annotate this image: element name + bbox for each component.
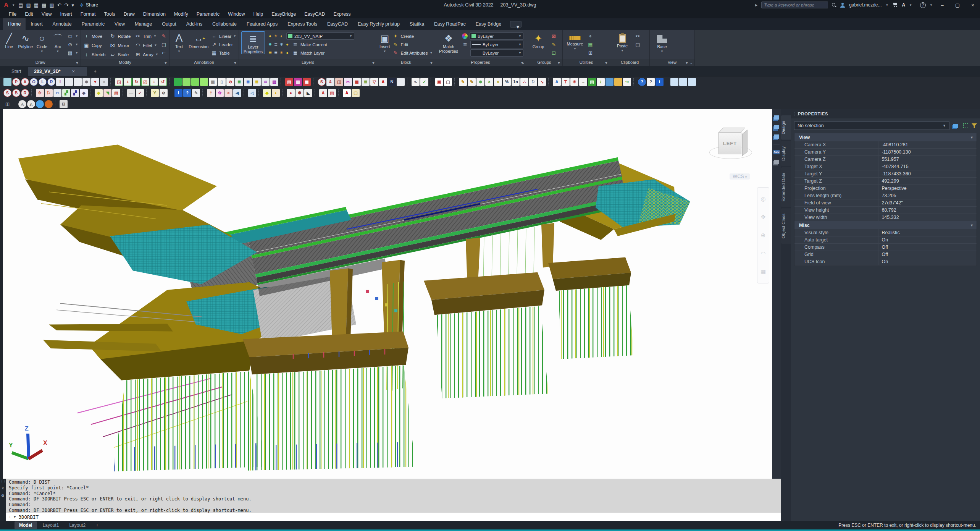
lineweight-dropdown[interactable]: ByLayer▼ bbox=[470, 41, 523, 48]
save-button[interactable]: ▦ bbox=[34, 2, 39, 8]
toolbar-button[interactable]: ✎ bbox=[459, 78, 467, 86]
toolbar-button[interactable]: ▦ bbox=[303, 78, 311, 86]
layer-tool-icon[interactable]: ☀ bbox=[279, 50, 284, 55]
model-tab[interactable]: Model bbox=[15, 521, 37, 529]
help-menu-chevron-icon[interactable]: ▼ bbox=[930, 3, 933, 7]
search-icon[interactable] bbox=[832, 3, 836, 7]
app-store-icon[interactable] bbox=[892, 3, 898, 7]
toolbar-button[interactable]: ? bbox=[638, 78, 646, 86]
toolbar-button[interactable]: ↪ bbox=[623, 78, 631, 86]
toolbar-button[interactable]: ◳ bbox=[115, 78, 123, 86]
layer-state-icon[interactable]: ◐ bbox=[279, 34, 284, 39]
ribbon-tab-statika[interactable]: Statika bbox=[405, 18, 429, 30]
toolbar-button[interactable] bbox=[397, 78, 405, 86]
orbit-icon[interactable]: ◠ bbox=[760, 250, 767, 257]
linear-dimension-button[interactable]: ↔Linear▼ bbox=[211, 32, 236, 40]
toolbar-button[interactable]: ▤ bbox=[588, 78, 596, 86]
toolbar-button[interactable]: ≣ bbox=[244, 78, 252, 86]
layer-tool-icon[interactable]: ✹ bbox=[267, 42, 273, 47]
pan-icon[interactable]: ✥ bbox=[760, 214, 767, 220]
layer-dropdown[interactable]: 203_VV_NAIP ▼ bbox=[286, 32, 354, 40]
command-window-grip[interactable]: ⋮⋮ × ⚙ bbox=[0, 479, 6, 521]
circle-button[interactable]: ○ Circle▼ bbox=[35, 31, 49, 54]
measure-button[interactable]: Measure▼ bbox=[565, 31, 585, 51]
toolbar-button[interactable] bbox=[679, 78, 687, 86]
misc-section-header[interactable]: Misc▼ bbox=[794, 221, 977, 229]
leader-button[interactable]: ↗Leader bbox=[211, 41, 236, 48]
tab-203-vv-3d[interactable]: 203_VV_3D*× bbox=[28, 67, 87, 76]
qat-customize-button[interactable]: ▾ bbox=[72, 2, 74, 8]
maximize-button[interactable]: ▢ bbox=[952, 2, 963, 8]
toolbar-button[interactable]: ◰ bbox=[141, 78, 149, 86]
toolbar-button[interactable]: ▦ bbox=[209, 78, 217, 86]
menu-item[interactable]: EasyBridge bbox=[267, 11, 300, 18]
toolbar-button[interactable]: ▞ bbox=[71, 89, 79, 97]
drawing-viewport[interactable]: LEFT WCS ▾ ◎ ✥ ⊕ ◠ ▦ Z X Y bbox=[3, 109, 772, 479]
menu-item[interactable]: Tools bbox=[100, 11, 119, 18]
layout2-tab[interactable]: Layout2 bbox=[65, 521, 90, 529]
toolbar-button[interactable]: × bbox=[485, 78, 493, 86]
toolbar-button[interactable]: ? bbox=[183, 89, 191, 97]
arc-button[interactable]: ⌒ Arc▼ bbox=[51, 31, 65, 54]
toolbar-button[interactable]: ◣ bbox=[304, 89, 312, 97]
toolbar-button[interactable]: ◆ bbox=[263, 89, 271, 97]
toolbar-button[interactable]: — bbox=[127, 89, 135, 97]
navigation-bar[interactable]: ◎ ✥ ⊕ ◠ ▦ bbox=[757, 187, 769, 283]
toolbar-button[interactable]: 1n bbox=[512, 78, 520, 86]
visual-style-button[interactable]: ⊟ bbox=[60, 100, 68, 108]
toolbar-button[interactable]: ↻ bbox=[132, 78, 140, 86]
toolbar-button[interactable]: ✓ bbox=[136, 89, 144, 97]
app-logo-icon[interactable]: A bbox=[4, 2, 8, 8]
toolbar-button[interactable]: ↺ bbox=[159, 78, 167, 86]
palette-tab[interactable]: Object Class bbox=[781, 208, 791, 244]
toolbar-button[interactable]: → bbox=[579, 78, 587, 86]
toolbar-button[interactable]: ⊕ bbox=[82, 78, 90, 86]
minimize-button[interactable]: – bbox=[936, 2, 948, 8]
toolbar-button[interactable]: ⚐ bbox=[45, 89, 53, 97]
layer-walk-icon[interactable] bbox=[774, 160, 779, 164]
toolbar-button[interactable]: S bbox=[3, 89, 11, 97]
menu-item[interactable]: File bbox=[5, 11, 21, 18]
toolbar-button[interactable]: ✳ bbox=[570, 78, 578, 86]
clipboard-panel-label[interactable]: Clipboard bbox=[610, 59, 649, 66]
paste-button[interactable]: Paste▼ bbox=[612, 31, 632, 53]
toolbar-button[interactable]: ≀ bbox=[597, 78, 605, 86]
menu-item[interactable]: Insert bbox=[56, 11, 76, 18]
toolbar-button[interactable]: ▯ bbox=[218, 78, 226, 86]
toolbar-button[interactable]: i bbox=[174, 89, 182, 97]
make-current-button[interactable]: Make Current bbox=[300, 42, 327, 47]
toolbar-button[interactable]: ◈ bbox=[80, 89, 88, 97]
stretch-button[interactable]: ↕Stretch bbox=[83, 51, 105, 58]
toolbar-button[interactable]: ≋ bbox=[262, 78, 270, 86]
layer-tool-icons[interactable]: ✹≣❄● bbox=[267, 42, 290, 47]
ribbon-tab-add-ins[interactable]: Add-ins bbox=[181, 18, 207, 30]
command-tools-icon[interactable]: ⚙ bbox=[1, 494, 5, 498]
toolbar-button[interactable]: ▞ bbox=[62, 89, 70, 97]
toolbar-button[interactable]: A bbox=[343, 89, 351, 97]
user-avatar-icon[interactable] bbox=[840, 3, 845, 8]
ribbon-tab-express-tools[interactable]: Express Tools bbox=[283, 18, 322, 30]
toolbar-button[interactable] bbox=[605, 78, 614, 86]
toolbar-button[interactable]: ◀ bbox=[233, 89, 241, 97]
toolbar-button[interactable]: % bbox=[503, 78, 511, 86]
selection-dropdown[interactable]: No selection▼ bbox=[794, 121, 949, 130]
toolbar-button[interactable]: A bbox=[553, 78, 561, 86]
join-button[interactable]: ⊂ bbox=[161, 49, 167, 57]
help-icon[interactable]: ? bbox=[920, 2, 926, 8]
toolbar-button[interactable]: i bbox=[655, 78, 664, 86]
new-file-button[interactable]: ▤ bbox=[18, 2, 23, 8]
text-button[interactable]: A Text▼ bbox=[172, 31, 186, 54]
showmotion-icon[interactable]: ▦ bbox=[760, 268, 767, 275]
toolbar-button[interactable]: × bbox=[100, 78, 108, 86]
layer-freeze-icon[interactable] bbox=[774, 125, 779, 129]
create-block-button[interactable]: ✦Create bbox=[392, 32, 433, 40]
ribbon-tab-featured-apps[interactable]: Featured Apps bbox=[242, 18, 283, 30]
layer-state-icon[interactable]: ☀ bbox=[273, 34, 279, 39]
toolbar-button[interactable]: ▥ bbox=[294, 78, 302, 86]
toolbar-button[interactable]: L bbox=[39, 78, 47, 86]
ribbon-tab-collaborate[interactable]: Collaborate bbox=[207, 18, 242, 30]
toolbar-button[interactable]: ✓ bbox=[420, 78, 428, 86]
toolbar-button[interactable]: ◁ bbox=[248, 89, 256, 97]
match-layer-button[interactable]: Match Layer bbox=[300, 51, 325, 55]
linetype-dropdown[interactable]: ByLayer▼ bbox=[470, 49, 523, 57]
